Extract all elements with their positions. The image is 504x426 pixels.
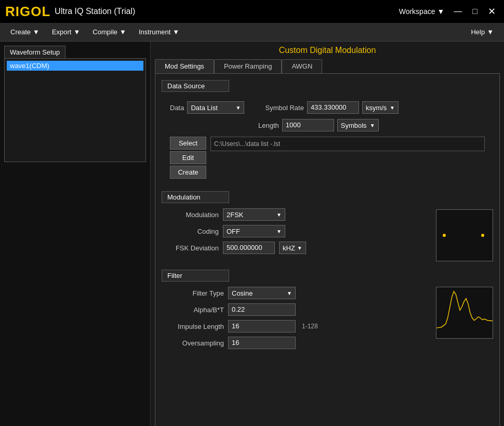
- data-dropdown[interactable]: Data List ▼: [187, 101, 244, 114]
- menu-compile[interactable]: Compile ▼: [87, 26, 131, 38]
- minimize-button[interactable]: —: [450, 6, 465, 17]
- menu-compile-arrow-icon: ▼: [120, 28, 126, 36]
- fsk-unit-arrow-icon: ▼: [297, 245, 302, 251]
- coding-row: Coding OFF ▼: [162, 225, 430, 237]
- menu-help-label: Help: [471, 28, 485, 36]
- maximize-button[interactable]: □: [469, 6, 481, 17]
- impulse-range: 1-128: [302, 323, 318, 330]
- modulation-section: Modulation Modulation 2FSK ▼: [162, 191, 493, 261]
- constellation-dot-2: [481, 234, 484, 237]
- length-label: Length: [258, 122, 279, 129]
- symbol-rate-input[interactable]: 433.330000: [307, 101, 359, 114]
- impulse-row: Impulse Length 16 1-128: [162, 320, 430, 332]
- menu-export-arrow-icon: ▼: [73, 28, 80, 36]
- workspace-button[interactable]: Workspace ▼: [399, 7, 445, 16]
- menu-help[interactable]: Help ▼: [466, 26, 499, 38]
- content-area: Custom Digital Modulation Mod Settings P…: [151, 42, 504, 426]
- close-button[interactable]: ✕: [485, 5, 499, 18]
- menu-instrument-arrow-icon: ▼: [173, 28, 179, 36]
- coding-dropdown-arrow-icon: ▼: [276, 229, 282, 234]
- length-unit-value: Symbols: [341, 122, 367, 129]
- data-dropdown-value: Data List: [191, 104, 217, 112]
- tab-power-ramping-label: Power Ramping: [224, 62, 272, 70]
- oversample-input[interactable]: 16: [228, 337, 296, 349]
- file-path-text: C:\Users\...\data list -.lst: [214, 140, 280, 148]
- filter-section: Filter Filter Type Cosine ▼: [162, 270, 493, 353]
- fsk-value: 500.000000: [227, 244, 262, 251]
- fsk-unit-dropdown[interactable]: kHZ ▼: [279, 242, 306, 254]
- alpha-input[interactable]: 0.22: [228, 303, 296, 316]
- modulation-row: Modulation 2FSK ▼: [162, 208, 430, 221]
- impulse-label: Impulse Length: [162, 323, 224, 330]
- app-title: Ultra IQ Station (Trial): [55, 7, 135, 16]
- coding-label: Coding: [162, 228, 219, 235]
- workspace-label: Workspace: [399, 7, 435, 16]
- tab-mod-settings[interactable]: Mod Settings: [155, 59, 214, 73]
- menu-bar: Create ▼ Export ▼ Compile ▼ Instrument ▼…: [0, 23, 504, 42]
- impulse-value: 16: [232, 322, 239, 330]
- filter-type-dropdown[interactable]: Cosine ▼: [228, 287, 296, 299]
- alpha-row: Alpha/B*T 0.22: [162, 303, 430, 316]
- mod-left: Modulation 2FSK ▼ Coding OFF ▼: [162, 208, 430, 261]
- length-input[interactable]: 1000: [282, 119, 334, 131]
- title-bar-right: Workspace ▼ — □ ✕: [399, 5, 499, 18]
- modulation-header: Modulation: [162, 191, 229, 203]
- filter-chart-svg: [436, 287, 493, 338]
- coding-dropdown[interactable]: OFF ▼: [223, 225, 285, 237]
- fsk-input[interactable]: 500.000000: [223, 242, 275, 254]
- fsk-row: FSK Deviation 500.000000 kHZ ▼: [162, 242, 430, 254]
- data-label: Data: [170, 104, 184, 112]
- menu-create-label: Create: [10, 28, 31, 36]
- data-dropdown-arrow-icon: ▼: [236, 105, 241, 111]
- sidebar: Waveform Setup wave1(CDM): [0, 42, 151, 426]
- oversample-label: Oversampling: [162, 339, 224, 347]
- modulation-value: 2FSK: [227, 211, 244, 219]
- fsk-unit-value: kHZ: [283, 244, 295, 252]
- panel: Data Source Data Data List ▼ Symbol Rat: [155, 73, 500, 426]
- filter-type-row: Filter Type Cosine ▼: [162, 287, 430, 299]
- sidebar-content: wave1(CDM): [4, 58, 146, 162]
- menu-instrument-label: Instrument: [139, 28, 170, 36]
- menu-export-label: Export: [52, 28, 72, 36]
- fsk-label: FSK Deviation: [162, 244, 219, 252]
- select-button[interactable]: Select: [170, 137, 206, 150]
- tab-awgn[interactable]: AWGN: [282, 59, 322, 73]
- filter-type-value: Cosine: [232, 289, 253, 297]
- length-unit-dropdown[interactable]: Symbols ▼: [337, 119, 379, 131]
- symbol-rate-unit-value: ksym/s: [366, 104, 387, 112]
- oversample-row: Oversampling 16: [162, 337, 430, 349]
- workspace-arrow-icon: ▼: [437, 7, 444, 16]
- menu-create-arrow-icon: ▼: [33, 28, 39, 36]
- menu-create[interactable]: Create ▼: [5, 26, 45, 38]
- symbol-rate-unit-dropdown[interactable]: ksym/s ▼: [362, 101, 399, 114]
- length-unit-arrow-icon: ▼: [370, 123, 375, 128]
- symbol-rate-value: 433.330000: [311, 103, 347, 111]
- edit-button[interactable]: Edit: [170, 151, 206, 164]
- menu-instrument[interactable]: Instrument ▼: [134, 26, 184, 38]
- rigol-logo: RIGOL: [5, 4, 50, 20]
- datasource-section: Data Source Data Data List ▼ Symbol Rat: [162, 80, 493, 183]
- length-value: 1000: [286, 121, 301, 129]
- tab-power-ramping[interactable]: Power Ramping: [214, 59, 282, 73]
- filter-header: Filter: [162, 270, 229, 282]
- tabs: Mod Settings Power Ramping AWGN: [155, 59, 500, 73]
- title-bar: RIGOL Ultra IQ Station (Trial) Workspace…: [0, 0, 504, 23]
- alpha-label: Alpha/B*T: [162, 306, 224, 314]
- impulse-input[interactable]: 16: [228, 320, 296, 332]
- modulation-inner: Modulation 2FSK ▼ Coding OFF ▼: [162, 208, 493, 261]
- oversample-value: 16: [232, 339, 239, 347]
- sidebar-item-wave1[interactable]: wave1(CDM): [7, 61, 143, 71]
- menu-export[interactable]: Export ▼: [47, 26, 85, 38]
- filter-chart: [436, 287, 493, 339]
- menu-compile-label: Compile: [92, 28, 117, 36]
- symbol-rate-label: Symbol Rate: [265, 104, 303, 112]
- create-button[interactable]: Create: [170, 166, 206, 179]
- tab-mod-settings-label: Mod Settings: [165, 62, 204, 70]
- datasource-header: Data Source: [162, 80, 229, 92]
- datasource-inner: Data Data List ▼ Symbol Rate 433.330000: [162, 97, 493, 183]
- filter-left: Filter Type Cosine ▼ Alpha/B*T 0.22: [162, 287, 430, 353]
- coding-value: OFF: [227, 228, 240, 235]
- modulation-dropdown[interactable]: 2FSK ▼: [223, 208, 285, 221]
- file-buttons: Select Edit Create: [170, 137, 206, 179]
- main-layout: Waveform Setup wave1(CDM) Custom Digital…: [0, 42, 504, 426]
